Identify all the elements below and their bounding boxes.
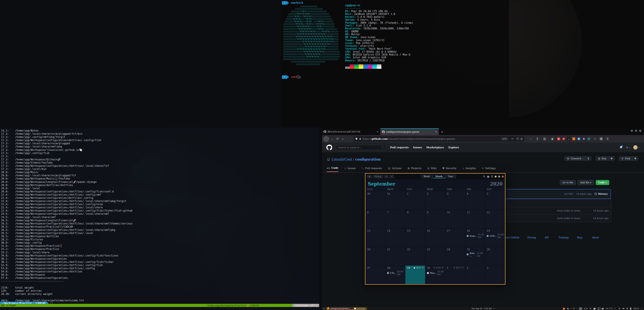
ext-notes-icon[interactable]: ≡ <box>600 138 602 140</box>
today-button[interactable]: Today <box>373 175 383 178</box>
repo-tab[interactable]: Wiki <box>427 166 436 172</box>
ext-gnome-foot-icon[interactable]: ʓ <box>567 138 570 140</box>
activity-flame-icon[interactable] <box>563 308 565 310</box>
calendar-day-cell[interactable]: 31 <box>386 192 405 210</box>
caret-up-icon[interactable]: ▴ <box>641 308 642 309</box>
account-icon[interactable]: ◉ <box>551 137 554 140</box>
footer-link[interactable]: Pricing <box>528 236 536 239</box>
windows-overlap-icon[interactable] <box>598 308 600 310</box>
calendar-day-cell[interactable]: 30 <box>366 192 386 210</box>
commit-sha[interactable]: 4e7f957 <box>564 193 574 195</box>
eject-icon[interactable]: ⏏ <box>567 308 569 310</box>
calendar-day-cell[interactable]: 9 <box>425 210 445 229</box>
ext-globe-icon[interactable] <box>588 138 590 140</box>
user-menu[interactable]: ▾ <box>633 145 639 150</box>
ext-adblock-icon[interactable]: ABP <box>562 138 565 140</box>
view-tab[interactable]: Week <box>421 175 432 178</box>
calendar-day-cell[interactable]: 2 <box>425 192 445 210</box>
prev-month-button[interactable]: ‹ <box>384 175 388 178</box>
fork-button[interactable]: Fork 0 <box>619 156 638 161</box>
footer-link[interactable]: About <box>592 236 599 239</box>
github-nav-link[interactable]: Issues <box>413 146 422 149</box>
fish-prompt[interactable]: ~ config <box>282 75 301 79</box>
send-icon[interactable]: ➤ <box>590 308 591 310</box>
repo-tab[interactable]: Settings <box>482 166 496 172</box>
fork-count[interactable]: 0 <box>632 156 638 160</box>
repo-tab[interactable]: Pull requests <box>362 166 382 172</box>
calendar-event[interactable]: LAD...03:00 pm <box>487 233 505 238</box>
home-button[interactable]: ⌂ <box>342 137 344 140</box>
calendar-day-cell[interactable]: 1 16.2 °C <box>445 266 465 284</box>
caret-icon[interactable]: ▾ <box>571 308 572 309</box>
calendar-day-cell[interactable]: 26 <box>485 247 505 266</box>
sidebar-icon[interactable]: ▥ <box>543 137 546 140</box>
calendar-day-cell[interactable]: 10 <box>445 210 465 229</box>
github-nav-link[interactable]: Marketplace <box>426 146 444 149</box>
add-file-button[interactable]: Add file ▾ <box>578 180 594 185</box>
github-logo[interactable] <box>326 144 332 150</box>
view-tab[interactable]: Year <box>446 175 456 178</box>
calendar-day-cell[interactable]: 8 <box>405 210 425 229</box>
downloads-icon[interactable]: ↓ <box>530 137 532 140</box>
repo-tab[interactable]: Security <box>442 166 456 172</box>
go-to-file-button[interactable]: Go to file <box>560 180 576 185</box>
github-nav-link[interactable]: Explore <box>448 146 459 149</box>
calendar-day-cell[interactable]: 28 UTr...02:00 pm <box>386 266 405 284</box>
fish-terminal-window[interactable]: 14.1:/home/ygg/Notes 17.3:/home/ygg/.loc… <box>0 128 319 310</box>
ext-video-icon[interactable]: ▶ <box>557 138 560 140</box>
reload-button[interactable]: ⟳ <box>336 137 339 140</box>
forward-button[interactable]: → <box>330 137 334 140</box>
calendar-day-cell[interactable]: 13 <box>366 228 386 247</box>
window-close-button[interactable] <box>502 176 504 178</box>
github-nav-link[interactable]: Pull requests <box>390 146 409 149</box>
ext-vimium-icon[interactable]: V <box>578 138 580 140</box>
tab-close-icon[interactable]: ✕ <box>377 130 379 133</box>
new-tab-button[interactable]: + <box>441 129 443 135</box>
calendar-day-cell[interactable]: 1 <box>405 192 425 210</box>
footer-link[interactable]: Training <box>558 236 568 239</box>
calendar-day-cell[interactable]: 27 <box>366 266 386 284</box>
url-bar[interactable]: https://github.com/LinuxIsCool/configura… <box>354 136 524 142</box>
clock[interactable]: Tue Sep 29 1:02 AM <box>472 308 494 310</box>
window-close-button[interactable] <box>639 130 641 132</box>
history-link[interactable]: History <box>594 192 608 195</box>
footer-link[interactable]: API <box>545 236 549 239</box>
app-launcher-icon[interactable] <box>323 308 325 310</box>
library-icon[interactable]: ⫼ <box>537 137 538 140</box>
search-input[interactable] <box>338 146 381 149</box>
calendar-day-cell[interactable]: 11 <box>465 210 485 229</box>
cloud-upload-icon[interactable] <box>602 308 604 310</box>
calendar-day-cell[interactable]: 24 <box>445 247 465 266</box>
repo-tab[interactable]: Projects <box>408 166 421 172</box>
browser-tab[interactable]: BlockScience/cadCAD-Od ✕ <box>322 128 380 135</box>
search-icon[interactable] <box>483 175 485 178</box>
calendar-day-cell[interactable]: 4 <box>465 192 485 210</box>
neofetch-terminal-window[interactable]: ~ neofetch ///////////// ///////////////… <box>280 0 509 127</box>
repo-tab[interactable]: Code <box>327 166 338 172</box>
menu-hamburger-icon[interactable]: ☰ <box>606 137 608 140</box>
repo-name-link[interactable]: configuration <box>355 157 380 161</box>
microphone-icon[interactable] <box>626 308 628 310</box>
wifi-icon[interactable] <box>618 308 620 310</box>
zoom-level-badge[interactable]: 110% <box>500 138 508 140</box>
calendar-day-cell[interactable]: 19 LAD...03:00 pm <box>485 228 505 247</box>
new-event-button[interactable]: + <box>367 175 372 178</box>
menu-icon[interactable]: ☰ <box>491 175 493 178</box>
calendar-event[interactable]: Mar...01:00 pm <box>427 270 445 276</box>
protections-shield-icon[interactable] <box>516 138 519 140</box>
caret-icon[interactable]: ▾ <box>576 308 577 309</box>
notifications-bell-icon[interactable] <box>620 146 622 149</box>
repo-owner-link[interactable]: LinuxIsCool <box>332 157 352 161</box>
battery-icon[interactable] <box>630 308 632 310</box>
calendar-day-cell[interactable]: 5 <box>485 192 505 210</box>
calendar-grid-icon[interactable]: ▦ <box>487 175 489 178</box>
repo-tab[interactable]: Issues <box>344 166 356 172</box>
commit-message[interactable]: store order to tmux. <box>557 209 581 212</box>
url-text[interactable]: https://github.com/LinuxIsCool/configura… <box>362 138 499 140</box>
window-maximize-button[interactable] <box>498 176 500 178</box>
github-search-box[interactable]: / <box>336 145 386 150</box>
volume-icon[interactable] <box>622 308 624 310</box>
calendar-day-cell[interactable]: 15 <box>405 228 425 247</box>
ext-metamask-icon[interactable] <box>572 138 575 140</box>
browser-tab[interactable]: configuration/popos-gnom ✕ <box>380 128 439 135</box>
